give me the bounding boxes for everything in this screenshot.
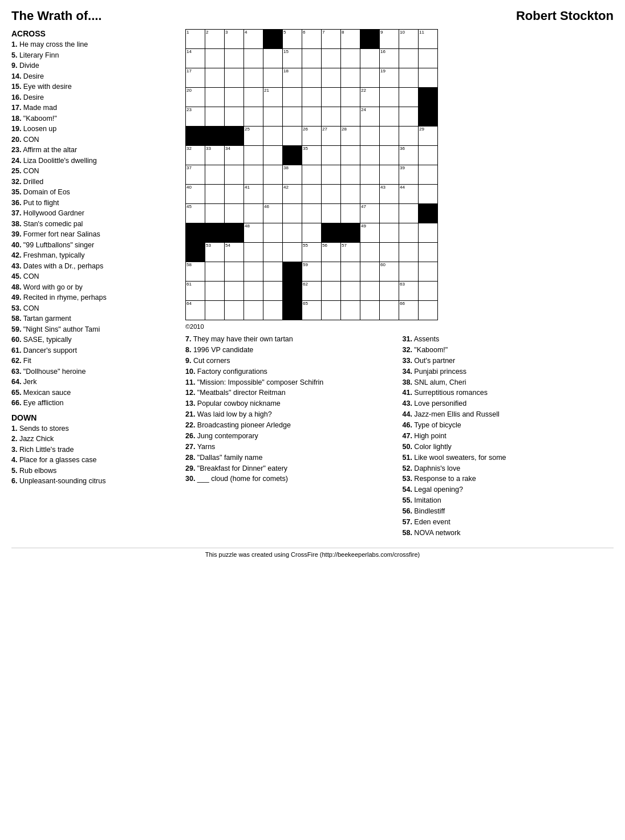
cell-5-8[interactable]: 28 (341, 127, 360, 146)
cell-2-2[interactable] (225, 68, 244, 88)
cell-14-4[interactable] (263, 301, 283, 320)
cell-1-2[interactable] (225, 49, 244, 68)
cell-5-3[interactable]: 25 (244, 127, 263, 146)
cell-10-4[interactable] (263, 223, 283, 243)
cell-9-11[interactable] (399, 204, 419, 223)
cell-13-8[interactable] (341, 282, 360, 301)
cell-5-10[interactable] (380, 127, 399, 146)
cell-12-0[interactable]: 58 (186, 262, 205, 282)
cell-4-9[interactable]: 24 (360, 107, 380, 127)
cell-12-7[interactable] (322, 262, 341, 282)
cell-14-0[interactable]: 64 (186, 301, 205, 320)
cell-14-6[interactable]: 65 (302, 301, 322, 320)
cell-11-7[interactable]: 56 (322, 243, 341, 262)
cell-9-5[interactable] (283, 204, 302, 223)
cell-3-5[interactable] (283, 88, 302, 107)
cell-0-9[interactable] (360, 30, 380, 49)
cell-14-12[interactable] (419, 301, 438, 320)
cell-0-12[interactable]: 11 (419, 30, 438, 49)
cell-9-4[interactable]: 46 (263, 204, 283, 223)
cell-8-12[interactable] (419, 185, 438, 204)
cell-1-0[interactable]: 14 (186, 49, 205, 68)
cell-14-10[interactable] (380, 301, 399, 320)
cell-12-3[interactable] (244, 262, 263, 282)
cell-6-1[interactable]: 33 (205, 146, 225, 165)
cell-1-8[interactable] (341, 49, 360, 68)
cell-6-2[interactable]: 34 (225, 146, 244, 165)
cell-11-4[interactable] (263, 243, 283, 262)
cell-0-11[interactable]: 10 (399, 30, 419, 49)
cell-2-8[interactable] (341, 68, 360, 88)
cell-13-10[interactable] (380, 282, 399, 301)
cell-7-12[interactable] (419, 165, 438, 185)
cell-1-11[interactable] (399, 49, 419, 68)
cell-6-8[interactable] (341, 146, 360, 165)
cell-11-12[interactable] (419, 243, 438, 262)
cell-1-12[interactable] (419, 49, 438, 68)
cell-3-10[interactable] (380, 88, 399, 107)
cell-12-4[interactable] (263, 262, 283, 282)
cell-6-5[interactable] (283, 146, 302, 165)
cell-10-11[interactable] (399, 223, 419, 243)
cell-1-1[interactable] (205, 49, 225, 68)
cell-6-4[interactable] (263, 146, 283, 165)
cell-12-2[interactable] (225, 262, 244, 282)
cell-0-8[interactable]: 8 (341, 30, 360, 49)
cell-11-5[interactable] (283, 243, 302, 262)
cell-6-12[interactable] (419, 146, 438, 165)
cell-9-12[interactable] (419, 204, 438, 223)
cell-0-6[interactable]: 6 (302, 30, 322, 49)
cell-14-1[interactable] (205, 301, 225, 320)
cell-5-0[interactable] (186, 127, 205, 146)
cell-6-9[interactable] (360, 146, 380, 165)
cell-1-5[interactable]: 15 (283, 49, 302, 68)
cell-12-9[interactable] (360, 262, 380, 282)
cell-9-3[interactable] (244, 204, 263, 223)
cell-10-1[interactable] (205, 223, 225, 243)
cell-5-12[interactable]: 29 (419, 127, 438, 146)
cell-0-4[interactable] (263, 30, 283, 49)
cell-13-4[interactable] (263, 282, 283, 301)
cell-9-9[interactable]: 47 (360, 204, 380, 223)
cell-6-6[interactable]: 35 (302, 146, 322, 165)
cell-5-11[interactable] (399, 127, 419, 146)
cell-9-8[interactable] (341, 204, 360, 223)
cell-8-9[interactable] (360, 185, 380, 204)
cell-1-10[interactable]: 16 (380, 49, 399, 68)
cell-7-0[interactable]: 37 (186, 165, 205, 185)
cell-10-10[interactable] (380, 223, 399, 243)
cell-13-9[interactable] (360, 282, 380, 301)
cell-3-3[interactable] (244, 88, 263, 107)
cell-1-6[interactable] (302, 49, 322, 68)
cell-11-10[interactable] (380, 243, 399, 262)
cell-4-6[interactable] (302, 107, 322, 127)
cell-7-8[interactable] (341, 165, 360, 185)
cell-11-9[interactable] (360, 243, 380, 262)
cell-9-2[interactable] (225, 204, 244, 223)
cell-11-1[interactable]: 53 (205, 243, 225, 262)
cell-9-10[interactable] (380, 204, 399, 223)
cell-6-3[interactable] (244, 146, 263, 165)
cell-5-2[interactable] (225, 127, 244, 146)
cell-3-7[interactable] (322, 88, 341, 107)
cell-5-7[interactable]: 27 (322, 127, 341, 146)
cell-6-7[interactable] (322, 146, 341, 165)
cell-14-5[interactable] (283, 301, 302, 320)
cell-11-6[interactable]: 55 (302, 243, 322, 262)
cell-14-2[interactable] (225, 301, 244, 320)
cell-4-1[interactable] (205, 107, 225, 127)
cell-12-5[interactable] (283, 262, 302, 282)
cell-8-3[interactable]: 41 (244, 185, 263, 204)
cell-12-11[interactable] (399, 262, 419, 282)
cell-10-12[interactable] (419, 223, 438, 243)
cell-13-6[interactable]: 62 (302, 282, 322, 301)
cell-0-10[interactable]: 9 (380, 30, 399, 49)
cell-13-3[interactable] (244, 282, 263, 301)
cell-3-6[interactable] (302, 88, 322, 107)
cell-8-8[interactable] (341, 185, 360, 204)
cell-7-1[interactable] (205, 165, 225, 185)
cell-0-7[interactable]: 7 (322, 30, 341, 49)
cell-10-0[interactable] (186, 223, 205, 243)
cell-13-7[interactable] (322, 282, 341, 301)
cell-0-5[interactable]: 5 (283, 30, 302, 49)
